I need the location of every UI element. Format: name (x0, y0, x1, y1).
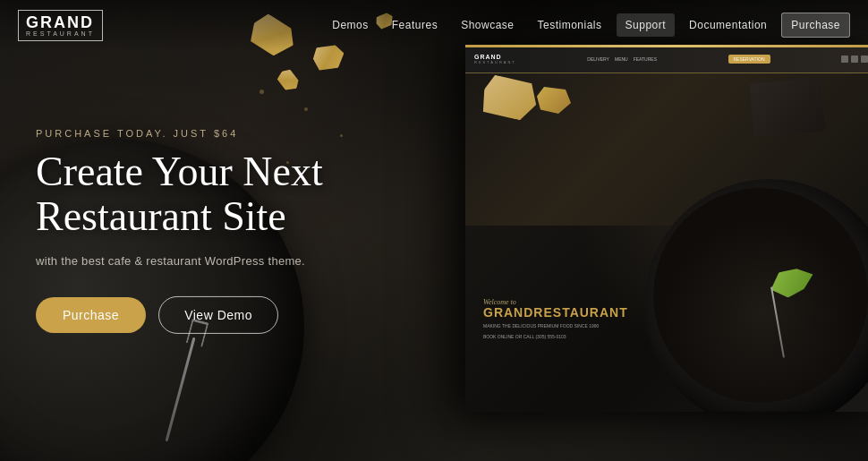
mockup-social-tw (851, 55, 858, 63)
mockup-logo-sub: RESTAURANT (474, 60, 516, 64)
mockup-nav-features: FEATURES (634, 56, 657, 62)
hero-subtitle: with the best cafe & restaurant WordPres… (36, 254, 323, 268)
mockup-tagline-2: BOOK ONLINE OR CALL (305) 555-0103 (483, 334, 628, 341)
crumb-3 (260, 90, 264, 94)
mockup-logo-name: GRAND (474, 54, 516, 60)
hero-pretitle: PURCHASE TODAY. JUST $64 (36, 127, 323, 138)
hero-title-line1: Create Your Next (36, 148, 323, 193)
view-demo-button[interactable]: View Demo (158, 296, 278, 334)
logo[interactable]: GRAND RESTAURANT (18, 10, 103, 41)
nav-showcase[interactable]: Showcase (452, 13, 523, 37)
mockup-tagline-1: MAKING THE DELICIOUS PREMIUM FOOD SINCE … (483, 323, 628, 330)
nav-purchase[interactable]: Purchase (781, 13, 850, 38)
hero-title-line2: Restaurant Site (36, 193, 286, 239)
mockup-nav-menu: MENU (615, 56, 628, 62)
mockup-overlay-text: Welcome to GRANDRESTAURANT MAKING THE DE… (483, 298, 628, 340)
mockup-restaurant-name: GRANDRESTAURANT (483, 306, 628, 320)
nav-testimonials[interactable]: Testimonials (529, 13, 611, 37)
nav-documentation[interactable]: Documentation (680, 13, 776, 37)
nav-support[interactable]: Support (617, 13, 676, 37)
mockup-logo: GRAND RESTAURANT (474, 54, 516, 64)
nav-links: Demos Features Showcase Testimonials Sup… (323, 13, 850, 38)
mockup-reservation-btn: RESERVATION (728, 55, 770, 64)
mockup-social-ig (861, 55, 868, 63)
mockup-dark-plate (750, 78, 826, 138)
navbar: GRAND RESTAURANT Demos Features Showcase… (0, 0, 868, 50)
mockup-name-part1: GRAND (483, 305, 533, 320)
mockup-pasta-dish (653, 188, 868, 403)
hero-content: PURCHASE TODAY. JUST $64 Create Your Nex… (36, 127, 323, 333)
purchase-button[interactable]: Purchase (36, 297, 146, 333)
logo-name: GRAND (26, 14, 94, 30)
mockup-container: GRAND RESTAURANT DELIVERY MENU FEATURES … (465, 45, 868, 412)
crumb-2 (340, 134, 343, 137)
hero-buttons: Purchase View Demo (36, 296, 323, 334)
mockup-nav: DELIVERY MENU FEATURES (587, 56, 657, 62)
mockup-plate-area (644, 179, 868, 412)
mockup-pasta-visual (653, 188, 868, 403)
crumb-1 (304, 107, 308, 111)
mockup-name-part2: RESTAURANT (533, 305, 627, 320)
nav-features[interactable]: Features (383, 13, 447, 37)
mockup-social-fb (841, 55, 848, 63)
logo-tagline: RESTAURANT (26, 30, 95, 37)
mockup-social-icons (841, 55, 868, 63)
nav-demos[interactable]: Demos (323, 13, 378, 37)
mockup-cheese-1 (481, 73, 540, 123)
mockup-frame: GRAND RESTAURANT DELIVERY MENU FEATURES … (465, 45, 868, 412)
hero-section: GRAND RESTAURANT Demos Features Showcase… (0, 0, 868, 461)
mockup-cheese-2 (537, 87, 573, 114)
mockup-body: Welcome to GRANDRESTAURANT MAKING THE DE… (465, 73, 868, 412)
hero-title: Create Your Next Restaurant Site (36, 149, 323, 239)
mockup-nav-delivery: DELIVERY (587, 56, 609, 62)
